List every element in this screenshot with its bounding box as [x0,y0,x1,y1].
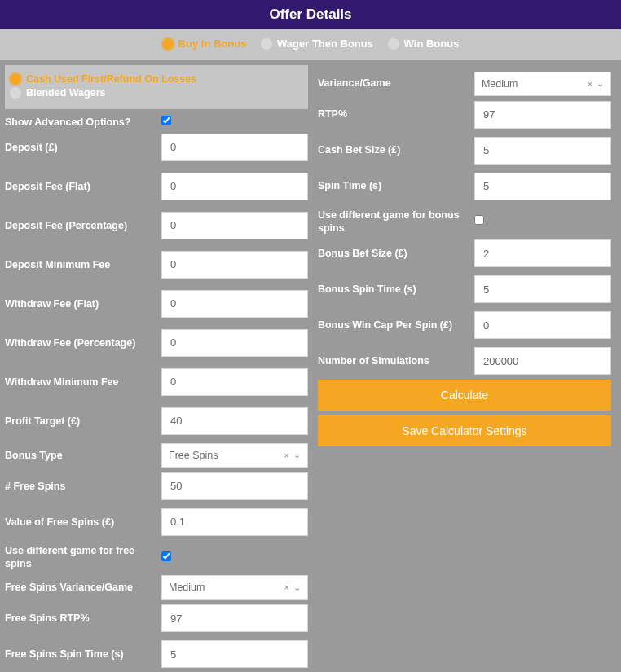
tab-label: Buy In Bonus [178,37,247,50]
bonus-bet-size-input[interactable] [474,239,611,267]
fs-variance-select[interactable]: Medium ×⌄ [161,575,308,600]
variance-value: Medium [482,78,518,90]
save-settings-button[interactable]: Save Calculator Settings [318,415,611,446]
chevron-down-icon[interactable]: ⌄ [293,450,301,460]
num-sim-input[interactable] [474,347,611,375]
deposit-fee-flat-label: Deposit Fee (Flat) [5,180,161,193]
radio-icon [261,38,272,50]
bonus-type-select[interactable]: Free Spins ×⌄ [161,443,308,468]
fs-rtp-input[interactable] [161,604,308,632]
bonus-type-label: Bonus Type [5,449,161,462]
num-free-spins-label: # Free Spins [5,480,161,493]
subtab-blended-wagers[interactable]: Blended Wagers [10,87,105,99]
subtab-label: Blended Wagers [26,87,105,99]
deposit-min-fee-input[interactable] [161,251,308,279]
left-column: Cash Used First/Refund On Losses Blended… [5,65,308,673]
spin-time-label: Spin Time (s) [318,179,474,192]
clear-icon[interactable]: × [284,450,289,460]
chevron-down-icon[interactable]: ⌄ [597,78,604,89]
bonus-win-cap-input[interactable] [474,311,611,339]
deposit-fee-pct-input[interactable] [161,212,308,239]
cash-bet-size-label: Cash Bet Size (£) [318,143,474,156]
value-free-spins-label: Value of Free Spins (£) [5,516,161,529]
tab-win-bonus[interactable]: Win Bonus [388,37,460,50]
save-settings-label: Save Calculator Settings [402,424,526,437]
fs-spin-time-input[interactable] [161,640,308,668]
deposit-min-fee-label: Deposit Minimum Fee [5,258,161,271]
tab-buy-in-bonus[interactable]: Buy In Bonus [162,37,247,50]
subtab-cash-first[interactable]: Cash Used First/Refund On Losses [10,73,196,85]
bonus-spin-time-label: Bonus Spin Time (s) [318,283,474,296]
spin-time-input[interactable] [474,173,611,200]
radio-icon [10,87,21,99]
withdraw-fee-flat-label: Withdraw Fee (Flat) [5,297,161,310]
tab-wager-then-bonus[interactable]: Wager Then Bonus [261,37,373,50]
withdraw-min-fee-label: Withdraw Minimum Fee [5,376,161,389]
diff-game-bonus-checkbox[interactable] [474,215,484,225]
tab-label: Wager Then Bonus [277,37,373,50]
show-advanced-label: Show Advanced Options? [5,116,161,129]
num-free-spins-input[interactable] [161,472,308,500]
num-sim-label: Number of Simulations [318,354,474,367]
clear-icon[interactable]: × [588,79,592,89]
chevron-down-icon[interactable]: ⌄ [293,582,301,593]
clear-icon[interactable]: × [284,582,289,592]
deposit-fee-pct-label: Deposit Fee (Percentage) [5,219,161,232]
diff-game-bonus-label: Use different game for bonus spins [318,209,474,235]
bonus-win-cap-label: Bonus Win Cap Per Spin (£) [318,318,474,332]
withdraw-fee-flat-input[interactable] [161,290,308,318]
radio-icon [388,38,399,50]
diff-game-free-checkbox[interactable] [161,551,171,561]
withdraw-min-fee-input[interactable] [161,368,308,396]
withdraw-fee-pct-input[interactable] [161,329,308,357]
tab-label: Win Bonus [404,37,460,50]
deposit-fee-flat-input[interactable] [161,173,308,200]
bonus-type-value: Free Spins [169,450,218,461]
diff-game-free-label: Use different game for free spins [5,544,161,571]
value-free-spins-input[interactable] [161,508,308,536]
rtp-input[interactable] [474,101,611,129]
fs-variance-value: Medium [169,582,205,593]
variance-select[interactable]: Medium ×⌄ [474,72,611,96]
bonus-spin-time-input[interactable] [474,275,611,303]
deposit-input[interactable] [161,134,308,161]
fs-variance-label: Free Spins Variance/Game [5,581,161,594]
profit-target-label: Profit Target (£) [5,415,161,428]
radio-icon [162,38,174,50]
calculate-button[interactable]: Calculate [318,380,611,411]
page-header: Offer Details [0,0,621,29]
subtab-bar: Cash Used First/Refund On Losses Blended… [5,65,308,109]
profit-target-input[interactable] [161,407,308,435]
cash-bet-size-input[interactable] [474,137,611,165]
withdraw-fee-pct-label: Withdraw Fee (Percentage) [5,336,161,349]
calculate-label: Calculate [441,389,488,402]
show-advanced-checkbox[interactable] [161,116,171,125]
radio-icon [10,73,21,85]
fs-spin-time-label: Free Spins Spin Time (s) [5,648,161,661]
subtab-label: Cash Used First/Refund On Losses [26,73,196,85]
deposit-label: Deposit (£) [5,141,161,154]
fs-rtp-label: Free Spins RTP% [5,612,161,625]
bonus-bet-size-label: Bonus Bet Size (£) [318,247,474,260]
right-column: Variance/Game Medium ×⌄ RTP% Cash Bet Si… [313,65,616,673]
tab-bar: Buy In Bonus Wager Then Bonus Win Bonus [0,29,621,60]
rtp-label: RTP% [318,108,474,121]
page-title: Offer Details [269,7,351,22]
variance-label: Variance/Game [318,77,474,90]
